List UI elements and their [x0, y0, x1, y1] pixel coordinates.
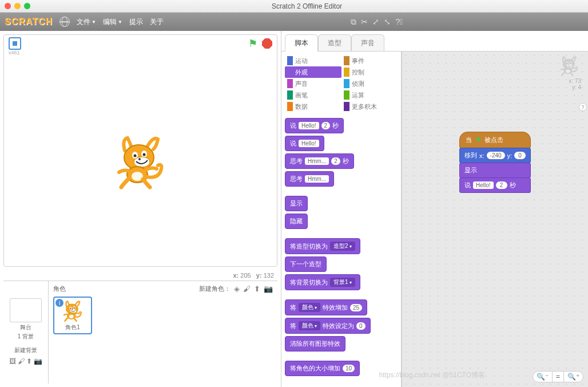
- sprite-library-icon[interactable]: ◈: [234, 285, 240, 293]
- sprite-on-stage[interactable]: [113, 133, 168, 191]
- new-sprite-label: 新建角色：: [199, 285, 231, 293]
- category-control[interactable]: 控制: [341, 66, 398, 78]
- block-show[interactable]: 显示: [285, 196, 308, 211]
- watermark: https://blog.csdn.net @51CTO博客: [379, 370, 485, 380]
- menu-about[interactable]: 关于: [150, 17, 164, 27]
- category-more[interactable]: 更多积木: [341, 101, 398, 112]
- zoom-out-icon[interactable]: 🔍⁻: [533, 372, 552, 382]
- block-show-script[interactable]: 显示: [459, 163, 531, 178]
- version-label: v461: [9, 50, 21, 56]
- block-switch-costume[interactable]: 将造型切换为造型2: [285, 238, 360, 254]
- flag-icon: ⚑: [475, 136, 482, 144]
- backdrop-paint-icon[interactable]: 🖌: [18, 357, 25, 365]
- category-operators[interactable]: 运算: [341, 89, 398, 101]
- collapse-icon[interactable]: ?: [579, 103, 587, 111]
- backdrop-library-icon[interactable]: 🖼: [9, 357, 16, 365]
- block-hide[interactable]: 隐藏: [285, 214, 308, 229]
- block-switch-backdrop[interactable]: 将背景切换为背景1: [285, 274, 360, 290]
- category-events[interactable]: 事件: [341, 55, 398, 66]
- sprites-label: 角色: [53, 285, 66, 293]
- backdrop-camera-icon[interactable]: 📷: [34, 357, 42, 365]
- category-data[interactable]: 数据: [285, 101, 341, 112]
- window-title: Scratch 2 Offline Editor: [30, 2, 583, 10]
- menu-edit[interactable]: 编辑▼: [103, 17, 122, 27]
- sprite-item[interactable]: i 角色1: [53, 297, 92, 334]
- zoom-controls: 🔍⁻ = 🔍⁺: [533, 371, 583, 382]
- block-clear-effects[interactable]: 清除所有图形特效: [285, 336, 345, 352]
- category-sensing[interactable]: 侦测: [341, 78, 398, 89]
- titlebar: Scratch 2 Offline Editor: [0, 0, 588, 13]
- grow-icon[interactable]: ⤢: [372, 17, 379, 27]
- close-button[interactable]: [5, 3, 11, 9]
- category-sound[interactable]: 声音: [285, 78, 341, 89]
- scratch-logo: SCRATCH: [5, 17, 53, 27]
- block-change-effect[interactable]: 将颜色特效增加25: [285, 299, 367, 315]
- stop-icon[interactable]: [262, 38, 272, 49]
- shrink-icon[interactable]: ⤡: [384, 17, 391, 27]
- new-backdrop-label: 新建背景: [14, 346, 37, 354]
- block-palette: 运动 事件 外观 控制 声音 侦测 画笔 运算 数据 更多积木 说Hello!2…: [281, 52, 402, 387]
- tab-costumes[interactable]: 造型: [318, 34, 351, 52]
- green-flag-icon[interactable]: ⚑: [248, 37, 257, 50]
- tab-scripts[interactable]: 脚本: [285, 34, 318, 52]
- block-set-effect[interactable]: 将颜色特效设定为0: [285, 318, 371, 334]
- maximize-button[interactable]: [24, 3, 30, 9]
- block-change-size[interactable]: 将角色的大小增加10: [285, 361, 360, 376]
- zoom-reset-icon[interactable]: =: [552, 372, 563, 382]
- category-motion[interactable]: 运动: [285, 55, 341, 66]
- hat-when-flag[interactable]: 当⚑被点击: [459, 132, 531, 148]
- category-pen[interactable]: 画笔: [285, 89, 341, 101]
- category-looks[interactable]: 外观: [285, 66, 341, 78]
- block-think-secs[interactable]: 思考Hmm...2秒: [285, 153, 354, 169]
- backdrop-upload-icon[interactable]: ⬆: [26, 357, 32, 365]
- block-say-secs[interactable]: 说Hello!2秒: [285, 118, 344, 133]
- stage-label: 舞台: [20, 323, 31, 331]
- stage-canvas[interactable]: [4, 58, 277, 266]
- menu-tips[interactable]: 提示: [129, 17, 143, 27]
- block-say[interactable]: 说Hello!: [285, 136, 324, 151]
- sprite-name: 角色1: [65, 323, 80, 331]
- sprite-camera-icon[interactable]: 📷: [264, 285, 273, 293]
- block-think[interactable]: 思考Hmm...: [285, 171, 334, 187]
- script-area[interactable]: ? x: 73 y: 4 当⚑被点击 移到x:-240y:0 显示 说Hello…: [402, 52, 588, 387]
- help-icon[interactable]: ?⃝: [395, 17, 403, 27]
- delete-icon[interactable]: ✂: [361, 17, 368, 27]
- menubar: SCRATCH 文件▼ 编辑▼ 提示 关于 ⧉ ✂ ⤢ ⤡ ?⃝: [0, 13, 588, 31]
- mouse-coords: x: 205 y: 132: [0, 270, 281, 281]
- zoom-in-icon[interactable]: 🔍⁺: [563, 372, 583, 382]
- block-next-costume[interactable]: 下一个造型: [285, 256, 327, 272]
- sprite-info-readout: x: 73 y: 4: [557, 55, 581, 90]
- sprite-paint-icon[interactable]: 🖌: [243, 285, 251, 293]
- menu-file[interactable]: 文件▼: [77, 17, 96, 27]
- duplicate-icon[interactable]: ⧉: [351, 17, 356, 27]
- fullscreen-icon[interactable]: [9, 37, 21, 50]
- stage-thumbnail[interactable]: [10, 298, 42, 322]
- backdrop-count: 1 背景: [18, 333, 34, 341]
- script-stack[interactable]: 当⚑被点击 移到x:-240y:0 显示 说Hello!2秒: [459, 132, 531, 193]
- block-goto-xy[interactable]: 移到x:-240y:0: [459, 148, 531, 163]
- minimize-button[interactable]: [14, 3, 21, 9]
- block-say-secs-script[interactable]: 说Hello!2秒: [459, 177, 531, 193]
- sprite-info-icon[interactable]: i: [55, 299, 63, 307]
- language-icon[interactable]: [59, 17, 70, 27]
- tab-sounds[interactable]: 声音: [351, 34, 384, 52]
- stage: v461 ⚑: [3, 34, 277, 267]
- sprite-upload-icon[interactable]: ⬆: [254, 285, 260, 293]
